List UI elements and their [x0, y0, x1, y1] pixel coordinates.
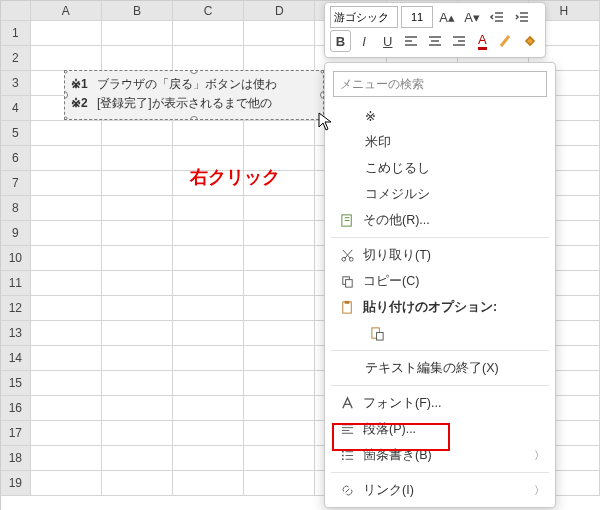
cell[interactable] [31, 196, 102, 221]
cell[interactable] [173, 21, 244, 46]
resize-handle[interactable] [64, 116, 68, 120]
cell[interactable] [244, 321, 315, 346]
row-header[interactable]: 5 [1, 121, 31, 146]
shape-outline-button[interactable] [496, 30, 517, 52]
col-header[interactable]: C [173, 1, 244, 21]
row-header[interactable]: 19 [1, 471, 31, 496]
cell[interactable] [102, 46, 173, 71]
cell[interactable] [244, 271, 315, 296]
row-header[interactable]: 8 [1, 196, 31, 221]
cell[interactable] [173, 46, 244, 71]
font-size-select[interactable] [401, 6, 433, 28]
cell[interactable] [102, 421, 173, 446]
row-header[interactable]: 18 [1, 446, 31, 471]
cell[interactable] [102, 396, 173, 421]
grow-font-button[interactable]: A▴ [436, 6, 458, 28]
row-header[interactable]: 4 [1, 96, 31, 121]
copy-item[interactable]: コピー(C) [325, 268, 555, 294]
ime-candidate[interactable]: ※ [325, 103, 555, 129]
cell[interactable] [244, 196, 315, 221]
cell[interactable] [31, 446, 102, 471]
bullets-item[interactable]: 箇条書き(B) 〉 [325, 442, 555, 468]
cell[interactable] [31, 271, 102, 296]
cell[interactable] [173, 121, 244, 146]
cell[interactable] [173, 421, 244, 446]
cell[interactable] [244, 46, 315, 71]
cell[interactable] [31, 246, 102, 271]
cell[interactable] [102, 196, 173, 221]
cell[interactable] [244, 396, 315, 421]
cell[interactable] [31, 346, 102, 371]
cell[interactable] [31, 221, 102, 246]
cell[interactable] [244, 471, 315, 496]
col-header[interactable]: B [102, 1, 173, 21]
cell[interactable] [31, 171, 102, 196]
cell[interactable] [173, 471, 244, 496]
row-header[interactable]: 1 [1, 21, 31, 46]
shrink-font-button[interactable]: A▾ [461, 6, 483, 28]
font-item[interactable]: フォント(F)... [325, 390, 555, 416]
row-header[interactable]: 16 [1, 396, 31, 421]
cell[interactable] [102, 321, 173, 346]
cell[interactable] [173, 396, 244, 421]
bold-button[interactable]: B [330, 30, 351, 52]
end-text-edit-item[interactable]: テキスト編集の終了(X) [325, 355, 555, 381]
cell[interactable] [173, 346, 244, 371]
font-color-button[interactable]: A [472, 30, 493, 52]
decrease-indent-button[interactable] [486, 6, 508, 28]
row-header[interactable]: 17 [1, 421, 31, 446]
cell[interactable] [31, 471, 102, 496]
resize-handle[interactable] [190, 116, 198, 120]
row-header[interactable]: 3 [1, 71, 31, 96]
cell[interactable] [31, 371, 102, 396]
cell[interactable] [173, 196, 244, 221]
row-header[interactable]: 12 [1, 296, 31, 321]
row-header[interactable]: 15 [1, 371, 31, 396]
ime-candidate[interactable]: こめじるし [325, 155, 555, 181]
font-select[interactable] [330, 6, 398, 28]
text-box-shape[interactable]: ※1ブラウザの「戻る」ボタンは使わ ※2[登録完了]が表示されるまで他の [64, 70, 324, 120]
cell[interactable] [102, 121, 173, 146]
cell[interactable] [102, 446, 173, 471]
cell[interactable] [173, 296, 244, 321]
cell[interactable] [31, 296, 102, 321]
row-header[interactable]: 14 [1, 346, 31, 371]
cell[interactable] [31, 21, 102, 46]
resize-handle[interactable] [64, 70, 68, 74]
row-header[interactable]: 2 [1, 46, 31, 71]
cell[interactable] [173, 446, 244, 471]
cell[interactable] [31, 421, 102, 446]
align-left-button[interactable] [401, 30, 422, 52]
row-header[interactable]: 7 [1, 171, 31, 196]
ime-candidate[interactable]: コメジルシ [325, 181, 555, 207]
underline-button[interactable]: U [377, 30, 398, 52]
cell[interactable] [173, 371, 244, 396]
shape-fill-button[interactable] [519, 30, 540, 52]
cell[interactable] [31, 121, 102, 146]
cell[interactable] [173, 271, 244, 296]
col-header[interactable]: D [244, 1, 315, 21]
cell[interactable] [244, 246, 315, 271]
cell[interactable] [244, 346, 315, 371]
cell[interactable] [173, 321, 244, 346]
cut-item[interactable]: 切り取り(T) [325, 242, 555, 268]
col-header[interactable]: A [31, 1, 102, 21]
row-header[interactable]: 9 [1, 221, 31, 246]
ime-other-item[interactable]: その他(R)... [325, 207, 555, 233]
cell[interactable] [102, 296, 173, 321]
link-item[interactable]: リンク(I) 〉 [325, 477, 555, 503]
ime-candidate[interactable]: 米印 [325, 129, 555, 155]
row-header[interactable]: 10 [1, 246, 31, 271]
cell[interactable] [31, 321, 102, 346]
increase-indent-button[interactable] [511, 6, 533, 28]
cell[interactable] [244, 421, 315, 446]
row-header[interactable]: 13 [1, 321, 31, 346]
row-header[interactable]: 11 [1, 271, 31, 296]
cell[interactable] [102, 221, 173, 246]
cell[interactable] [244, 446, 315, 471]
align-right-button[interactable] [448, 30, 469, 52]
cell[interactable] [102, 346, 173, 371]
paste-option-button[interactable] [325, 320, 555, 346]
cell[interactable] [102, 271, 173, 296]
cell[interactable] [102, 471, 173, 496]
